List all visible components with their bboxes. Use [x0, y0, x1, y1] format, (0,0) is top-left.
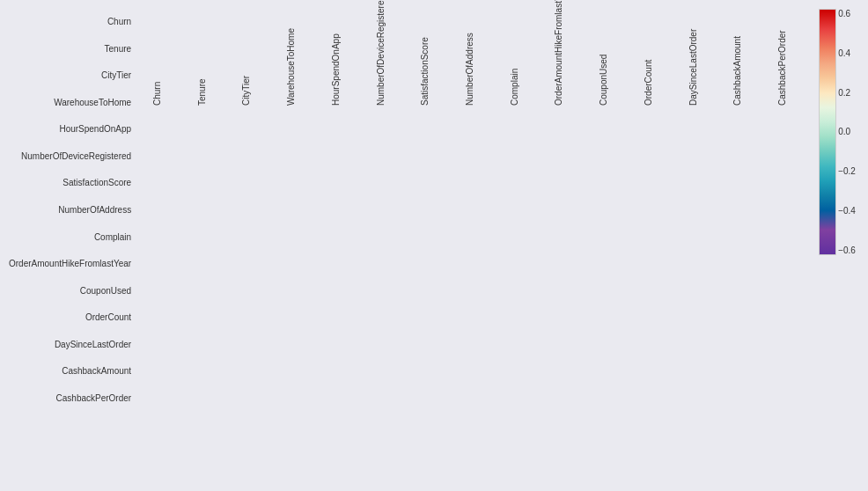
- colorbar-label-04: 0.4: [838, 48, 856, 58]
- y-label-cashback: CashbackAmount: [9, 367, 131, 376]
- chart-area: Churn Tenure CityTier WarehouseToHome Ho…: [9, 9, 859, 482]
- colorbar-label-n02: −0.2: [838, 166, 856, 176]
- colorbar-label-06: 0.6: [838, 9, 856, 18]
- colorbar-label-n06: −0.6: [838, 246, 856, 255]
- y-label-hourspend: HourSpendOnApp: [9, 125, 131, 134]
- x-label-tenure: Tenure: [197, 39, 207, 106]
- x-label-coupon: CouponUsed: [599, 39, 608, 106]
- x-label-citytier: CityTier: [241, 39, 251, 106]
- x-label-warehousetohome: WarehouseToHome: [286, 39, 296, 106]
- heatmap-grid: [135, 9, 805, 35]
- y-label-daysincelast: DaySinceLastOrder: [9, 341, 131, 349]
- x-labels: Churn Tenure CityTier WarehouseToHome Ho…: [135, 35, 805, 106]
- x-label-numdevice: NumberOfDeviceRegistered: [376, 39, 386, 106]
- y-label-satisfaction: SatisfactionScore: [9, 179, 131, 187]
- colorbar-labels: 0.6 0.4 0.2 0.0 −0.2 −0.4 −0.6: [838, 9, 856, 255]
- heatmap-wrapper: Churn Tenure CityTier WarehouseToHome Ho…: [135, 9, 805, 106]
- x-label-orderamount: OrderAmountHikeFromlastYear: [554, 39, 563, 106]
- x-label-ordercount: OrderCount: [644, 39, 653, 106]
- main-content: Churn Tenure CityTier WarehouseToHome Ho…: [9, 9, 859, 482]
- x-label-cashback: CashbackAmount: [732, 39, 742, 106]
- x-label-daysincelast: DaySinceLastOrder: [688, 39, 698, 106]
- y-label-warehousetohome: WarehouseToHome: [9, 99, 131, 107]
- x-label-numaddress: NumberOfAddress: [465, 39, 474, 106]
- colorbar-gradient: [819, 9, 836, 255]
- y-label-numaddress: NumberOfAddress: [9, 206, 131, 215]
- y-label-cashbackperorder: CashbackPerOrder: [9, 394, 131, 403]
- x-label-cashbackperorder: CashbackPerOrder: [777, 39, 787, 106]
- colorbar: 0.6 0.4 0.2 0.0 −0.2 −0.4 −0.6: [815, 9, 859, 255]
- x-label-complain: Complain: [510, 39, 519, 106]
- x-label-satisfaction: SatisfactionScore: [420, 39, 430, 106]
- y-label-complain: Complain: [9, 233, 131, 242]
- heatmap-and-colorbar: Churn Tenure CityTier WarehouseToHome Ho…: [135, 9, 859, 482]
- colorbar-label-00: 0.0: [838, 127, 856, 136]
- colorbar-label-n04: −0.4: [838, 206, 856, 216]
- y-label-orderamount: OrderAmountHikeFromlastYear: [9, 260, 131, 268]
- y-label-ordercount: OrderCount: [9, 313, 131, 322]
- colorbar-label-02: 0.2: [838, 88, 856, 98]
- x-label-hourspend: HourSpendOnApp: [331, 39, 341, 106]
- y-label-tenure: Tenure: [9, 45, 131, 54]
- y-label-citytier: CityTier: [9, 71, 131, 80]
- y-labels: Churn Tenure CityTier WarehouseToHome Ho…: [9, 9, 135, 482]
- main-container: Churn Tenure CityTier WarehouseToHome Ho…: [0, 0, 868, 491]
- y-label-coupon: CouponUsed: [9, 287, 131, 296]
- x-label-churn: Churn: [152, 39, 162, 106]
- y-label-numdevice: NumberOfDeviceRegistered: [9, 152, 131, 161]
- y-label-churn: Churn: [9, 18, 131, 26]
